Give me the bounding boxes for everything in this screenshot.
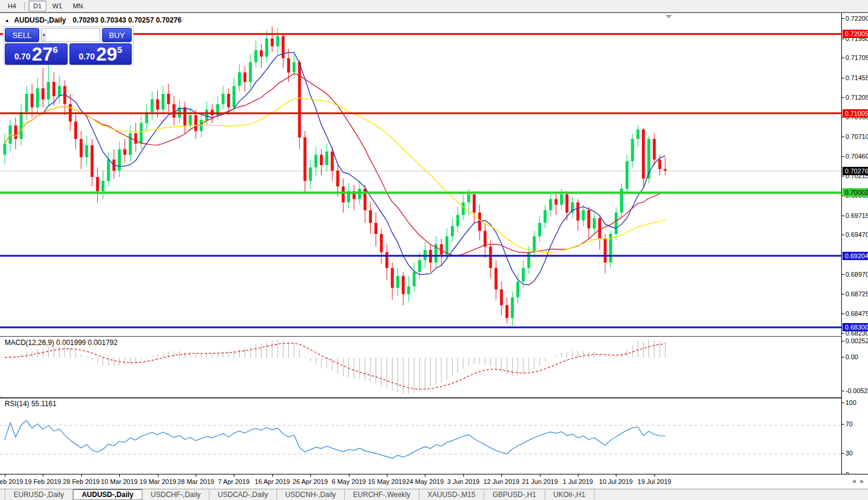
price-tick-mark xyxy=(842,216,844,216)
chart-tab-eurchf[interactable]: EURCHF-,Weekly xyxy=(345,489,419,500)
macd-tick-label: 0.002522 xyxy=(845,337,868,344)
scroll-left-icon[interactable]: ◀ xyxy=(852,479,856,484)
scroll-right-icon[interactable]: ▶ xyxy=(860,479,864,484)
sell-price-prefix: 0.70 xyxy=(14,52,30,61)
timeframe-button-mn[interactable]: MN xyxy=(68,1,88,11)
rsi-tick-mark xyxy=(842,453,844,454)
rsi-tick-mark xyxy=(842,403,844,403)
date-tick-label: 3 Jun 2019 xyxy=(447,478,479,485)
date-tick-mark xyxy=(119,474,120,477)
date-tick-mark xyxy=(501,474,502,477)
price-tick-label: 0.70460 xyxy=(845,153,868,160)
date-tick-mark xyxy=(310,474,311,477)
date-tick-mark xyxy=(81,474,82,477)
price-tick-label: 0.72200 xyxy=(845,15,868,22)
date-tick-label: 28 Feb 2019 xyxy=(63,478,100,485)
date-tick-mark xyxy=(43,474,43,477)
date-tick-label: 24 May 2019 xyxy=(406,478,444,485)
volume-input[interactable] xyxy=(46,29,100,42)
timeframe-button-h4[interactable]: H4 xyxy=(3,1,21,11)
hline-price-badge: 0.71005 xyxy=(842,109,868,118)
price-tick-mark xyxy=(842,58,844,58)
date-tick-mark xyxy=(578,474,578,477)
macd-indicator-pane[interactable] xyxy=(0,336,841,397)
timeframe-button-d1[interactable]: D1 xyxy=(28,1,46,11)
price-tick-label: 0.71455 xyxy=(845,74,868,81)
sell-price-display[interactable]: 0.70 27 6 xyxy=(5,43,68,65)
price-tick-mark xyxy=(842,137,844,137)
price-tick-label: 0.68970 xyxy=(845,271,868,278)
date-tick-label: 7 Apr 2019 xyxy=(218,478,249,485)
price-axis: 0.72200 0.71950 0.71705 0.71455 0.71205 … xyxy=(841,13,868,474)
buy-price-prefix: 0.70 xyxy=(79,52,95,61)
chart-tab-gbpusd[interactable]: GBPUSD-,H1 xyxy=(484,489,545,500)
timeframe-toolbar: H4D1W1MN xyxy=(0,0,868,12)
date-tick-mark xyxy=(616,474,616,477)
hline-price-badge: 0.69204 xyxy=(842,252,868,260)
chart-tab-xauusd[interactable]: XAUUSD-,M15 xyxy=(419,489,485,500)
price-tick-mark xyxy=(842,39,844,39)
buy-button[interactable]: BUY xyxy=(102,28,132,42)
price-tick-mark xyxy=(842,294,844,295)
macd-tick-label: 0.00 xyxy=(845,353,858,360)
price-tick-label: 0.68725 xyxy=(845,290,868,298)
chart-tab-eurusd[interactable]: EURUSD-,Daily xyxy=(5,489,73,500)
date-tick-mark xyxy=(654,474,655,477)
date-tick-label: 15 May 2019 xyxy=(368,478,406,485)
rsi-tick-label: 100 xyxy=(845,399,856,406)
macd-tick-mark xyxy=(842,341,844,341)
chart-tab-usdcnh[interactable]: USDCNH-,Daily xyxy=(277,489,345,500)
price-tick-mark xyxy=(842,18,844,19)
price-tick-mark xyxy=(842,97,844,98)
buy-price-pip: 5 xyxy=(117,45,122,55)
date-tick-label: 19 Feb 2019 xyxy=(24,478,61,485)
timeframe-button-w1[interactable]: W1 xyxy=(47,1,67,11)
price-tick-label: 0.71205 xyxy=(845,94,868,101)
date-tick-label: 10 Mar 2019 xyxy=(101,478,138,485)
hline-price-badge: 0.68300 xyxy=(842,323,868,331)
one-click-trade-panel: SELL ▼ ▲ BUY 0.70 27 6 0.70 29 5 xyxy=(3,26,133,65)
price-tick-mark xyxy=(842,78,844,78)
price-tick-mark xyxy=(842,274,844,275)
date-axis: 10 Feb 2019 19 Feb 2019 28 Feb 2019 10 M… xyxy=(0,474,868,489)
current-price-badge: 0.70276 xyxy=(842,167,868,175)
date-tick-mark xyxy=(196,474,196,477)
date-tick-mark xyxy=(349,474,349,477)
price-tick-mark xyxy=(842,314,844,314)
chart-tab-audusd[interactable]: AUDUSD-,Daily xyxy=(73,489,142,500)
date-tick-label: 10 Feb 2019 xyxy=(0,478,23,485)
buy-price-display[interactable]: 0.70 29 5 xyxy=(69,43,132,65)
date-tick-label: 6 May 2019 xyxy=(332,478,365,485)
date-tick-label: 19 Mar 2019 xyxy=(139,478,176,485)
buy-price-main: 29 xyxy=(96,45,117,63)
chart-shift-marker-icon xyxy=(665,15,672,18)
date-tick-mark xyxy=(158,474,158,477)
rsi-tick-label: 70 xyxy=(845,420,853,428)
chart-tab-usdcad[interactable]: USDCAD-,Daily xyxy=(209,489,277,500)
rsi-tick-mark xyxy=(842,424,844,425)
terminal-window: H4D1W1MN ▲ AUDUSD-,Daily 0.70293 0.70343… xyxy=(0,0,868,500)
date-tick-mark xyxy=(387,474,387,477)
date-tick-label: 1 Jul 2019 xyxy=(563,478,593,485)
date-tick-label: 10 Jul 2019 xyxy=(599,478,633,485)
macd-tick-mark xyxy=(842,357,844,357)
date-tick-mark xyxy=(463,474,464,477)
price-tick-mark xyxy=(842,235,844,235)
toolbar-separator xyxy=(24,2,25,11)
sell-price-main: 27 xyxy=(31,45,53,63)
rsi-indicator-pane[interactable] xyxy=(0,397,841,474)
price-tick-mark xyxy=(842,333,844,334)
price-tick-label: 0.69470 xyxy=(845,231,868,238)
sell-button[interactable]: SELL xyxy=(5,28,39,42)
date-tick-mark xyxy=(234,474,234,477)
volume-decrement-button[interactable]: ▼ xyxy=(42,29,46,42)
price-tick-mark xyxy=(842,176,844,176)
date-tick-label: 12 Jun 2019 xyxy=(484,478,520,485)
chart-tab-ukoil[interactable]: UKOil-,H1 xyxy=(545,489,594,500)
date-tick-label: 28 Mar 2019 xyxy=(177,478,214,485)
macd-tick-label: -0.005234 xyxy=(845,387,868,394)
date-tick-label: 16 Apr 2019 xyxy=(255,478,290,485)
date-tick-mark xyxy=(5,474,5,477)
macd-tick-mark xyxy=(842,391,844,391)
chart-tab-usdchf[interactable]: USDCHF-,Daily xyxy=(142,489,209,500)
